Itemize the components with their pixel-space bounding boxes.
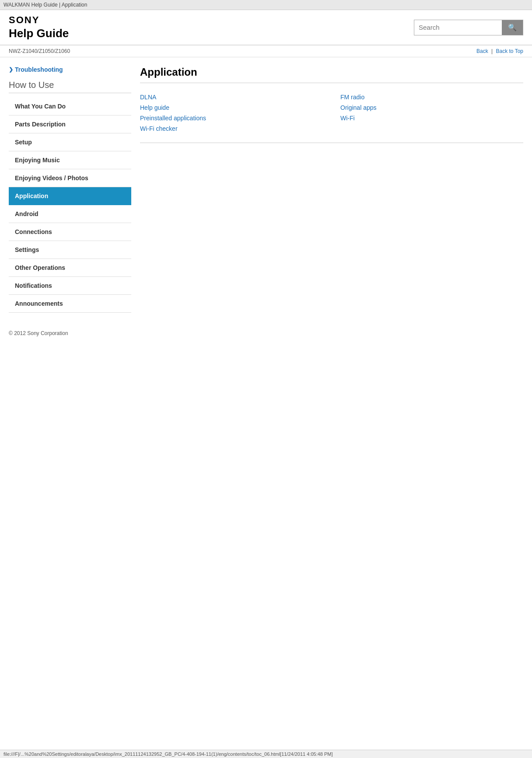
sub-header: NWZ-Z1040/Z1050/Z1060 Back | Back to Top [0, 45, 532, 57]
sidebar-item-setup[interactable]: Setup [9, 133, 131, 151]
sidebar-item-android[interactable]: Android [9, 205, 131, 223]
search-area: 🔍 [414, 20, 523, 35]
dlna-link[interactable]: DLNA [140, 92, 323, 102]
search-button[interactable]: 🔍 [502, 20, 523, 35]
sidebar-item-connections[interactable]: Connections [9, 223, 131, 241]
fm-radio-link[interactable]: FM radio [340, 92, 523, 102]
copyright-text: © 2012 Sony Corporation [9, 330, 68, 336]
chevron-right-icon: ❯ [9, 66, 13, 73]
nav-separator: | [491, 48, 493, 54]
content-area: Application DLNA Help guide Preinstalled… [140, 66, 523, 313]
original-apps-link[interactable]: Original apps [340, 102, 523, 113]
preinstalled-applications-link[interactable]: Preinstalled applications [140, 113, 323, 123]
header: SONY Help Guide 🔍 [0, 10, 532, 45]
troubleshooting-label: Troubleshooting [15, 66, 63, 73]
sony-logo: SONY [9, 14, 69, 26]
back-link[interactable]: Back [476, 48, 488, 54]
back-to-top-link[interactable]: Back to Top [496, 48, 523, 54]
header-branding: SONY Help Guide [9, 14, 69, 40]
browser-title-bar: WALKMAN Help Guide | Application [0, 0, 532, 10]
browser-title: WALKMAN Help Guide | Application [4, 2, 87, 8]
model-number: NWZ-Z1040/Z1050/Z1060 [9, 48, 70, 54]
footer: © 2012 Sony Corporation [0, 321, 532, 345]
wi-fi-link[interactable]: Wi-Fi [340, 113, 523, 123]
sidebar-item-enjoying-videos[interactable]: Enjoying Videos / Photos [9, 169, 131, 187]
content-links-col1: DLNA Help guide Preinstalled application… [140, 92, 323, 134]
nav-links: Back | Back to Top [476, 48, 523, 54]
troubleshooting-link[interactable]: ❯ Troubleshooting [9, 66, 131, 73]
sidebar-item-what-you-can-do[interactable]: What You Can Do [9, 98, 131, 115]
content-title: Application [140, 66, 523, 83]
help-guide-title: Help Guide [9, 27, 69, 40]
sidebar-item-enjoying-music[interactable]: Enjoying Music [9, 151, 131, 169]
content-links-grid: DLNA Help guide Preinstalled application… [140, 92, 523, 134]
content-links-col2: FM radio Original apps Wi-Fi [340, 92, 523, 134]
search-icon: 🔍 [508, 23, 517, 31]
sidebar-item-parts-description[interactable]: Parts Description [9, 115, 131, 133]
sidebar: ❯ Troubleshooting How to Use What You Ca… [9, 66, 131, 313]
wi-fi-checker-link[interactable]: Wi-Fi checker [140, 123, 323, 134]
how-to-use-header: How to Use [9, 80, 131, 93]
sidebar-item-notifications[interactable]: Notifications [9, 277, 131, 295]
sidebar-item-settings[interactable]: Settings [9, 241, 131, 259]
sidebar-item-announcements[interactable]: Announcements [9, 295, 131, 313]
help-guide-link[interactable]: Help guide [140, 102, 323, 113]
main-layout: ❯ Troubleshooting How to Use What You Ca… [0, 57, 532, 321]
content-divider [140, 143, 523, 143]
sidebar-item-other-operations[interactable]: Other Operations [9, 259, 131, 277]
sidebar-item-application[interactable]: Application [9, 187, 131, 205]
search-input[interactable] [414, 21, 502, 34]
